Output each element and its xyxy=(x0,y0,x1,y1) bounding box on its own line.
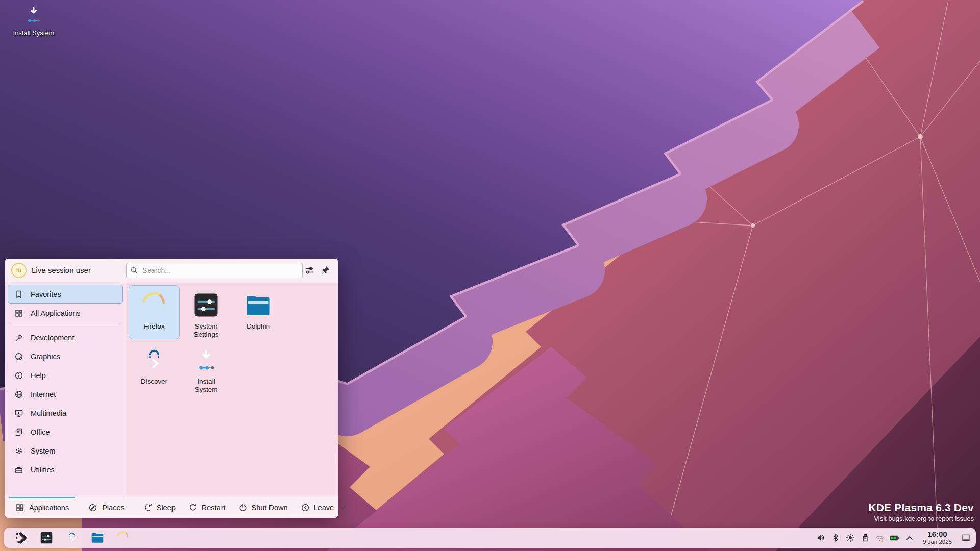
expand-tray-button[interactable] xyxy=(903,531,916,545)
app-tile-system-settings[interactable]: System Settings xyxy=(181,285,232,339)
tab-label: Applications xyxy=(29,504,69,512)
volume-button[interactable] xyxy=(814,531,827,545)
compass-icon xyxy=(88,503,97,512)
system-tray xyxy=(813,531,917,545)
sidebar-item-help[interactable]: Help xyxy=(8,366,123,385)
desktop-shortcut-label: Install System xyxy=(5,29,62,37)
kde-logo-icon xyxy=(14,531,28,545)
app-tile-label: Install System xyxy=(186,378,227,394)
taskbar-dolphin[interactable] xyxy=(87,528,108,548)
sidebar-item-label: Favorites xyxy=(31,290,61,298)
system-settings-icon xyxy=(191,290,222,320)
search-box[interactable] xyxy=(126,263,303,278)
sleep-icon xyxy=(143,503,153,512)
sidebar-item-office[interactable]: Office xyxy=(8,422,123,441)
sleep-button[interactable]: Sleep xyxy=(143,503,176,512)
network-button[interactable] xyxy=(873,531,886,545)
install-system-icon xyxy=(22,3,45,27)
tab-applications[interactable]: Applications xyxy=(9,497,75,518)
tab-places[interactable]: Places xyxy=(82,497,131,518)
app-tile-label: Firefox xyxy=(143,322,164,331)
plasma-bugs-text: Visit bugs.kde.org to report issues xyxy=(868,515,974,522)
grid-icon xyxy=(15,503,24,512)
kickoff-footer: Applications Places Sleep Restart Shut D… xyxy=(5,497,338,518)
shut-down-button[interactable]: Shut Down xyxy=(238,503,288,512)
action-label: Leave xyxy=(314,504,334,512)
app-tile-discover[interactable]: Discover xyxy=(129,340,180,394)
restart-button[interactable]: Restart xyxy=(188,503,226,512)
bookmark-icon xyxy=(14,290,23,299)
kickoff-header: lu Live session user xyxy=(5,259,338,282)
app-tile-install-system[interactable]: Install System xyxy=(181,340,232,394)
sidebar-item-system[interactable]: System xyxy=(8,441,123,460)
sidebar-separator xyxy=(10,325,121,325)
gear-icon xyxy=(14,446,23,456)
removable-device-button[interactable] xyxy=(859,531,871,545)
search-icon xyxy=(130,266,138,274)
sphere-icon xyxy=(14,352,23,361)
leave-button[interactable]: Leave xyxy=(301,503,346,512)
sidebar-item-internet[interactable]: Internet xyxy=(8,385,123,404)
hammer-icon xyxy=(14,333,23,342)
firefox-icon xyxy=(115,530,131,545)
show-desktop-button[interactable] xyxy=(960,531,972,545)
plasma-version-text: KDE Plasma 6.3 Dev xyxy=(868,502,974,514)
sidebar-item-label: System xyxy=(31,447,55,455)
taskbar-panel: 16:00 9 Jan 2025 xyxy=(4,528,976,548)
avatar-initials: lu xyxy=(16,267,21,273)
sidebar-item-label: Office xyxy=(31,428,50,436)
sidebar-item-graphics[interactable]: Graphics xyxy=(8,347,123,366)
app-tile-dolphin[interactable]: Dolphin xyxy=(233,285,284,339)
action-label: Sleep xyxy=(157,504,176,512)
sidebar-item-utilities[interactable]: Utilities xyxy=(8,460,123,479)
install-system-icon xyxy=(191,345,222,375)
restart-icon xyxy=(188,503,198,512)
app-tile-label: Discover xyxy=(141,378,168,386)
system-settings-icon xyxy=(39,530,54,545)
sidebar-item-favorites[interactable]: Favorites xyxy=(8,285,123,304)
firefox-icon xyxy=(139,290,169,320)
chevron-down-icon xyxy=(340,506,346,510)
battery-icon xyxy=(889,533,900,543)
application-launcher-button[interactable] xyxy=(11,528,31,548)
sidebar-item-label: Graphics xyxy=(31,353,60,361)
globe-icon xyxy=(14,390,23,399)
bluetooth-button[interactable] xyxy=(829,531,842,545)
app-tile-label: Dolphin xyxy=(247,322,270,331)
dolphin-icon xyxy=(243,290,274,320)
brightness-button[interactable] xyxy=(844,531,856,545)
kickoff-body: Favorites All Applications Development G… xyxy=(5,283,338,496)
pin-icon xyxy=(320,265,330,276)
desktop-shortcut-install-system[interactable]: Install System xyxy=(5,3,62,37)
leave-icon xyxy=(301,503,310,512)
action-label: Shut Down xyxy=(252,504,288,512)
search-input[interactable] xyxy=(141,266,299,275)
taskbar-discover[interactable] xyxy=(62,528,82,548)
monitor-play-icon xyxy=(14,409,23,418)
user-avatar[interactable]: lu xyxy=(11,263,27,278)
bluetooth-icon xyxy=(831,533,840,542)
battery-button[interactable] xyxy=(888,531,901,545)
kickoff-sidebar: Favorites All Applications Development G… xyxy=(5,283,126,496)
clock-time: 16:00 xyxy=(923,530,952,539)
sidebar-item-label: Internet xyxy=(31,390,56,398)
tab-label: Places xyxy=(102,504,125,512)
kickoff-menu: lu Live session user Favorites All Appli… xyxy=(5,259,338,518)
sidebar-item-development[interactable]: Development xyxy=(8,328,123,347)
clock-date: 9 Jan 2025 xyxy=(923,539,952,545)
discover-icon xyxy=(64,530,80,545)
app-tile-label: System Settings xyxy=(190,322,223,339)
dolphin-icon xyxy=(90,530,105,545)
taskbar-firefox[interactable] xyxy=(113,528,133,548)
pin-button[interactable] xyxy=(320,265,331,277)
configure-button[interactable] xyxy=(304,265,315,277)
app-tile-firefox[interactable]: Firefox xyxy=(129,285,180,339)
chevron-up-icon xyxy=(905,533,914,542)
discover-icon xyxy=(139,345,169,375)
sidebar-item-multimedia[interactable]: Multimedia xyxy=(8,404,123,422)
digital-clock[interactable]: 16:00 9 Jan 2025 xyxy=(923,530,952,545)
sidebar-item-all-applications[interactable]: All Applications xyxy=(8,304,123,322)
taskbar-system-settings[interactable] xyxy=(36,528,57,548)
sidebar-item-label: Help xyxy=(31,371,46,380)
plasma-branding: KDE Plasma 6.3 Dev Visit bugs.kde.org to… xyxy=(868,502,974,522)
